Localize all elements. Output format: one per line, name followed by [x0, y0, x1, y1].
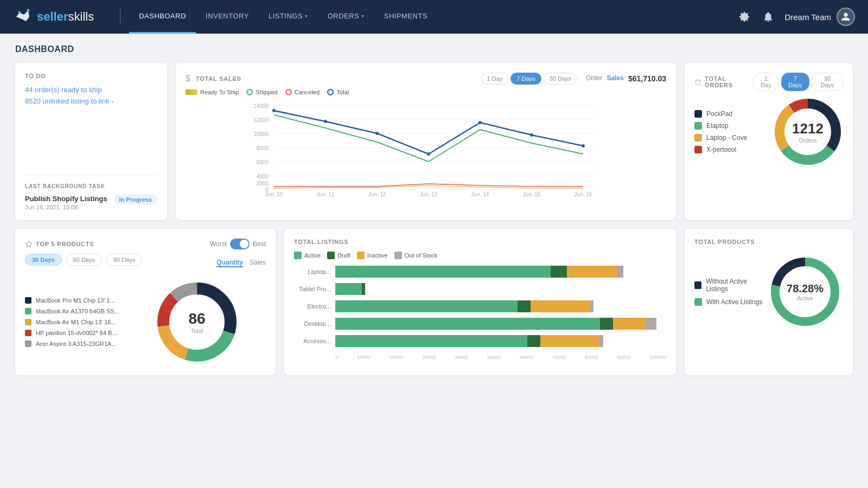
nav-inventory[interactable]: INVENTORY [196, 0, 259, 34]
sales-chart-svg: 14000 12000 10000 8000 6000 4000 2000 0 [186, 100, 666, 197]
prod-macbook-air-1: MacBook Air A1370 64GB SS... [25, 308, 119, 314]
day-buttons: 30 Days 60 Days 90 Days [25, 254, 142, 266]
bar-accessories: Accesso... [294, 335, 666, 347]
bar-container-tablet [335, 283, 666, 295]
sales-30days-btn[interactable]: 30 Days [544, 73, 577, 85]
settings-icon[interactable] [737, 9, 752, 24]
order-sales-toggle: Order Sales $61,710.03 [586, 74, 666, 83]
total-products-title: TOTAL PRODUCTS [694, 239, 843, 245]
background-task-section: LAST BACKGROUND TASK Publish Shopify Lis… [25, 175, 157, 210]
orders-donut: 1212 Orders [773, 97, 843, 167]
user-menu[interactable]: Dream Team [784, 8, 855, 26]
sales-btn[interactable]: Sales [250, 259, 266, 267]
without-active-dot [694, 281, 701, 289]
bar-out-of-stock [600, 335, 603, 347]
top-products-card: TOP 5 PRODUCTS Worst Best 30 Days 60 Day… [15, 229, 276, 375]
products-donut-wrap: Without Active Listings With Active List… [694, 254, 843, 330]
bar-draft [600, 318, 613, 330]
with-active-dot [694, 298, 702, 306]
bar-inactive [540, 335, 600, 347]
svg-text:Jun. 13: Jun. 13 [420, 191, 438, 197]
total-listings-card: TOTAL LISTINGS Active Draft Inactive Out… [284, 229, 676, 375]
sales-time-buttons: 1 Day 7 Days 30 Days [481, 73, 577, 85]
notification-icon[interactable] [761, 9, 776, 24]
orders-1day-btn[interactable]: 1 Day [753, 73, 779, 91]
orders-ready-link[interactable]: 44 order(s) ready to ship [25, 86, 157, 94]
status-badge: In Progress [113, 195, 157, 204]
page-content: DASHBOARD TO DO 44 order(s) ready to shi… [0, 34, 868, 386]
legend-ready-to-ship: Ready To Ship [186, 89, 239, 95]
orders-7days-btn[interactable]: 7 Days [781, 73, 810, 91]
laptop-cove-dot [694, 134, 702, 142]
orders-donut-section: PockPad Elaptop Laptop - Cove X-pertoool [694, 97, 843, 167]
sales-1day-btn[interactable]: 1 Day [481, 73, 509, 85]
logo-icon [13, 7, 33, 27]
nav-shipments[interactable]: SHIPMENTS [374, 0, 437, 34]
listings-bar-chart: Laptop... Tablet Pro... [294, 266, 666, 360]
sales-toggle[interactable]: Sales [607, 74, 624, 83]
svg-point-20 [427, 152, 430, 156]
out-of-stock-dot [394, 252, 402, 259]
sales-7days-btn[interactable]: 7 Days [510, 73, 541, 85]
total-orders-card: TOTAL ORDERS 1 Day 7 Days 30 Days PockPa… [685, 63, 853, 220]
inactive-dot [357, 252, 365, 259]
bar-active [335, 300, 518, 312]
bar-draft [551, 266, 567, 278]
page-title: DASHBOARD [15, 44, 853, 54]
bar-laptop: Laptop... [294, 266, 666, 278]
row2: TOP 5 PRODUCTS Worst Best 30 Days 60 Day… [15, 229, 853, 375]
prod-macbook-air-2: MacBook Air M1 Chip 13' 16... [25, 319, 119, 325]
bar-draft [362, 283, 365, 295]
unlinked-listing-link[interactable]: 8520 unlinked listing to link› [25, 97, 157, 105]
elaptop-dot [694, 122, 702, 130]
bar-active [335, 335, 527, 347]
nav-listings[interactable]: LISTINGS ▾ [259, 0, 318, 34]
listing-inactive: Inactive [357, 252, 388, 259]
qty-sales-toggle: Quantity Sales [216, 259, 266, 267]
30-days-btn[interactable]: 30 Days [25, 254, 62, 266]
bar-out-of-stock [590, 300, 593, 312]
orders-30days-btn[interactable]: 30 Days [812, 73, 843, 91]
listing-out-of-stock: Out of Stock [394, 252, 438, 259]
nav-orders[interactable]: ORDERS ▾ [318, 0, 374, 34]
pockpad-dot [694, 110, 702, 118]
hp-dot [25, 330, 31, 336]
with-active-item: With Active Listings [694, 298, 767, 306]
worst-best-toggle: Worst Best [210, 239, 266, 249]
svg-point-22 [530, 133, 533, 137]
bar-inactive [567, 266, 617, 278]
svg-text:14000: 14000 [253, 103, 269, 109]
bar-out-of-stock [617, 266, 623, 278]
bg-task-info: Publish Shopify Listings Jun 16, 2021, 1… [25, 195, 107, 210]
worst-best-switch[interactable] [230, 239, 250, 249]
nav-dashboard[interactable]: DASHBOARD [129, 0, 196, 34]
total-products-donut: 78.28% Active [767, 254, 843, 330]
row1: TO DO 44 order(s) ready to ship 8520 unl… [15, 63, 853, 220]
svg-point-1 [27, 9, 30, 12]
bar-draft [527, 335, 540, 347]
orders-title: TOTAL ORDERS [694, 75, 753, 88]
svg-text:8000: 8000 [257, 145, 269, 151]
orders-legend: PockPad Elaptop Laptop - Cove X-pertoool [694, 110, 747, 153]
logo[interactable]: sellerskills [13, 7, 94, 27]
svg-text:Jun. 12: Jun. 12 [368, 191, 386, 197]
legend-total: Total [327, 89, 349, 95]
top-products-title: TOP 5 PRODUCTS [25, 240, 94, 248]
bar-out-of-stock [646, 318, 656, 330]
todo-title: TO DO [25, 73, 157, 79]
main-nav: DASHBOARD INVENTORY LISTINGS ▾ ORDERS ▾ … [129, 0, 737, 34]
bar-container-desktop [335, 318, 666, 330]
90-days-btn[interactable]: 90 Days [106, 254, 142, 266]
sales-legend: Ready To Ship Shipped Canceled Total [186, 89, 666, 95]
bar-active [335, 266, 551, 278]
order-toggle[interactable]: Order [586, 74, 603, 83]
macbook-pro-dot [25, 297, 31, 304]
svg-marker-35 [25, 241, 32, 247]
60-days-btn[interactable]: 60 Days [66, 254, 102, 266]
orders-legend-xpertool: X-pertoool [694, 146, 747, 153]
user-name: Dream Team [784, 12, 831, 22]
draft-dot [327, 252, 335, 259]
quantity-btn[interactable]: Quantity [216, 259, 243, 267]
navbar: sellerskills DASHBOARD INVENTORY LISTING… [0, 0, 868, 34]
todo-card: TO DO 44 order(s) ready to ship 8520 unl… [15, 63, 167, 220]
